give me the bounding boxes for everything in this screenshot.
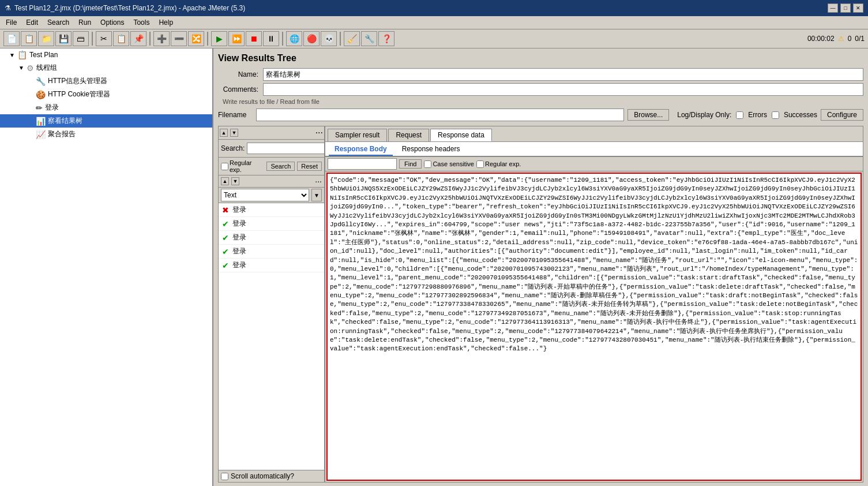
find-case-sensitive-checkbox[interactable]	[424, 160, 431, 168]
main-layout: ▼ 📋 Test Plan ▼ ⚙ 线程组 🔧 HTTP信息头管理器 🍪 HTT…	[0, 48, 868, 486]
toggle-button[interactable]: 🔀	[188, 31, 204, 46]
find-regular-exp-checkbox[interactable]	[476, 160, 484, 168]
clear-button[interactable]: 🧹	[344, 31, 360, 46]
filename-label: Filename	[218, 111, 253, 119]
sub-tab-response-body[interactable]: Response Body	[329, 143, 393, 156]
menu-run[interactable]: Run	[75, 17, 95, 28]
menu-options[interactable]: Options	[97, 17, 127, 28]
nav-down-button[interactable]: ▼	[230, 129, 238, 137]
name-input[interactable]	[263, 68, 863, 81]
paste-button[interactable]: 📌	[130, 31, 146, 46]
result-entry-4[interactable]: ✔ 登录	[219, 259, 324, 272]
sidebar-item-http-cookie[interactable]: 🍪 HTTP Cookie管理器	[0, 88, 212, 101]
tab-request[interactable]: Request	[388, 129, 429, 141]
filename-input[interactable]	[256, 109, 624, 121]
menu-tools[interactable]: Tools	[130, 17, 153, 28]
sidebar-item-view-results[interactable]: 📊 察看结果树	[0, 114, 212, 128]
comments-input[interactable]	[263, 83, 863, 96]
help-button[interactable]: ❓	[378, 31, 394, 46]
start-button[interactable]: ▶	[211, 31, 227, 46]
find-input[interactable]	[328, 158, 397, 170]
aggregate-label: 聚合报告	[48, 129, 76, 139]
open-button[interactable]: 📁	[38, 31, 54, 46]
tabs-row: Sampler result Request Response data	[325, 126, 863, 142]
menu-file[interactable]: File	[2, 17, 20, 28]
remote-stop-button[interactable]: 🔴	[303, 31, 320, 46]
result-entry-3[interactable]: ✔ 登录	[219, 245, 324, 259]
search-input[interactable]	[247, 143, 325, 154]
remote-exit-button[interactable]: 💀	[321, 31, 337, 46]
sidebar-item-aggregate[interactable]: 📈 聚合报告	[0, 128, 212, 141]
save-button[interactable]: 💾	[55, 31, 72, 46]
sidebar-item-http-header[interactable]: 🔧 HTTP信息头管理器	[0, 74, 212, 88]
function-helper-button[interactable]: 🔧	[361, 31, 377, 46]
shutdown-button[interactable]: ⏸	[263, 31, 279, 46]
threadgroup-icon: ⚙	[27, 63, 34, 73]
copy-button[interactable]: 📋	[113, 31, 129, 46]
toolbar-separator-2	[149, 32, 151, 46]
regular-exp-label: Regular exp.	[221, 159, 264, 173]
filter-select[interactable]: Text	[221, 189, 309, 201]
sidebar-item-threadgroup[interactable]: ▼ ⚙ 线程组	[0, 61, 212, 74]
toolbar-separator-4	[282, 32, 283, 46]
search-button[interactable]: Search	[266, 162, 295, 171]
results-entries: ✖ 登录 ✔ 登录 ✔ 登录 ✔ 登录	[219, 203, 324, 470]
filter-nav-up[interactable]: ▲	[221, 177, 229, 185]
sidebar-item-testplan[interactable]: ▼ 📋 Test Plan	[0, 48, 212, 61]
maximize-button[interactable]: □	[840, 3, 851, 13]
http-header-label: HTTP信息头管理器	[48, 76, 107, 86]
result-entry-0[interactable]: ✖ 登录	[219, 203, 324, 217]
tab-sampler-result[interactable]: Sampler result	[328, 129, 387, 141]
result-status-ok-icon-2: ✔	[222, 233, 229, 242]
menu-help[interactable]: Help	[155, 17, 176, 28]
sub-tab-response-headers[interactable]: Response headers	[396, 143, 466, 156]
configure-button[interactable]: Configure	[821, 109, 863, 121]
collapse-button[interactable]: ➖	[171, 31, 187, 46]
login-label: 登录	[45, 103, 59, 113]
errors-checkbox[interactable]	[736, 111, 743, 119]
threadgroup-label: 线程组	[36, 63, 57, 73]
tree-toggle-testplan[interactable]: ▼	[9, 52, 15, 58]
save-all-button[interactable]: 🗃	[73, 31, 89, 46]
tab-response-data[interactable]: Response data	[430, 129, 492, 141]
filter-nav-down[interactable]: ▼	[231, 177, 239, 185]
successes-checkbox[interactable]	[772, 111, 779, 119]
browse-button[interactable]: Browse...	[627, 109, 669, 121]
find-case-sensitive-label: Case sensitive	[424, 160, 474, 168]
filter-select-row: Text ▼	[219, 188, 324, 203]
view-results-label: 察看结果树	[48, 116, 82, 126]
templates-button[interactable]: 📋	[21, 31, 37, 46]
warning-icon: ⚠	[838, 35, 844, 43]
filter-more[interactable]: ···	[315, 177, 322, 186]
scroll-auto-row: Scroll automatically?	[219, 470, 324, 482]
minimize-button[interactable]: —	[828, 3, 838, 13]
menu-search[interactable]: Search	[44, 17, 73, 28]
find-button[interactable]: Find	[399, 159, 422, 169]
menubar: File Edit Search Run Options Tools Help	[0, 16, 868, 29]
response-body[interactable]: {"code":0,"message":"OK","dev_message":"…	[326, 173, 862, 481]
expand-button[interactable]: ➕	[153, 31, 170, 46]
titlebar-left: ⚗ Test Plan12_2.jmx (D:\jmeterTest\Test …	[5, 4, 245, 12]
cut-button[interactable]: ✂	[96, 31, 112, 46]
result-status-ok-icon-4: ✔	[222, 261, 229, 270]
titlebar-controls: — □ ✕	[828, 3, 863, 13]
more-options[interactable]: ···	[315, 128, 323, 138]
scroll-auto-checkbox[interactable]	[221, 473, 228, 480]
close-button[interactable]: ✕	[853, 3, 863, 13]
filter-dropdown-button[interactable]: ▼	[311, 189, 322, 201]
remote-start-button[interactable]: 🌐	[286, 31, 302, 46]
http-cookie-icon: 🍪	[36, 90, 46, 99]
nav-up-button[interactable]: ▲	[220, 129, 228, 137]
stop-button[interactable]: ⏹	[246, 31, 262, 46]
result-entry-1[interactable]: ✔ 登录	[219, 217, 324, 231]
start-no-pause-button[interactable]: ⏩	[228, 31, 245, 46]
sidebar-item-login[interactable]: ✏ 登录	[0, 101, 212, 114]
result-entry-2[interactable]: ✔ 登录	[219, 231, 324, 245]
reset-button[interactable]: Reset	[297, 162, 322, 171]
tree-toggle-threadgroup[interactable]: ▼	[18, 65, 24, 71]
menu-edit[interactable]: Edit	[22, 17, 42, 28]
sidebar: ▼ 📋 Test Plan ▼ ⚙ 线程组 🔧 HTTP信息头管理器 🍪 HTT…	[0, 48, 213, 486]
titlebar: ⚗ Test Plan12_2.jmx (D:\jmeterTest\Test …	[0, 0, 868, 16]
new-button[interactable]: 📄	[3, 31, 20, 46]
regular-exp-checkbox[interactable]	[221, 163, 228, 170]
